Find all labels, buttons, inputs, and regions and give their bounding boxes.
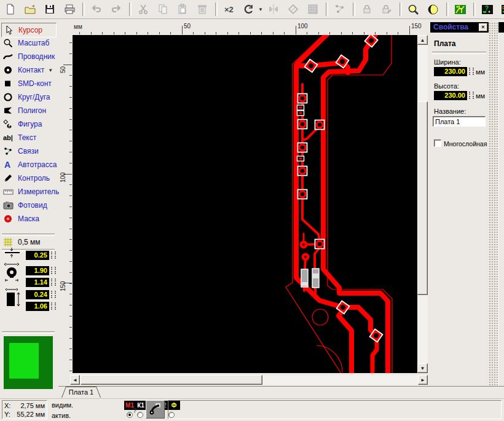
duplicate-button[interactable]: ×2 (221, 1, 237, 17)
unlock-button[interactable] (379, 1, 395, 17)
tool-label: Фигура (18, 120, 42, 128)
tool-label: Масштаб (18, 39, 49, 47)
save-button[interactable] (42, 1, 58, 17)
open-button[interactable] (22, 1, 38, 17)
rotate-button[interactable] (241, 1, 257, 17)
fill-pattern-button[interactable] (305, 1, 321, 17)
param-spinner-4[interactable] (51, 291, 56, 298)
tab-board-1[interactable]: Плата 1 (61, 387, 101, 398)
width-spinner[interactable] (469, 68, 474, 75)
param-spinner-1[interactable] (51, 251, 56, 259)
sidebar-tool-15[interactable]: Маска (1, 212, 55, 226)
sidebar-tool-11[interactable]: AАвтотрасса (1, 158, 55, 171)
pcb-canvas[interactable] (73, 35, 417, 373)
status-bar: X: 2,75 мм Y: 55,22 мм видим. М1К1М2К2Ф … (0, 398, 504, 421)
magnifier-icon (3, 38, 15, 48)
sidebar-tool-10[interactable]: Связи (1, 144, 55, 158)
undo-button[interactable] (89, 1, 104, 17)
horizontal-scrollbar[interactable]: ◄ ► (70, 375, 428, 385)
param-field-3[interactable]: 1.14 (26, 278, 49, 287)
x2-glyph: ×2 (224, 5, 234, 14)
flip-button[interactable] (285, 1, 301, 17)
tool-label: Измеритель (18, 187, 59, 196)
component-band (302, 282, 307, 286)
ruler-tick (159, 32, 160, 34)
board-preview[interactable] (4, 336, 53, 389)
drc-button[interactable]: DRC (499, 1, 504, 17)
rotate-dropdown-arrow[interactable]: ▼ (258, 7, 263, 12)
active-layer-radio-2[interactable] (137, 412, 143, 418)
param-spinner-3[interactable] (51, 278, 56, 286)
lock-button[interactable] (359, 1, 375, 17)
contrast-button[interactable] (425, 1, 441, 17)
chevron-down-icon[interactable]: ▼ (48, 68, 53, 73)
sidebar-tool-3[interactable]: Проводник (1, 50, 55, 63)
ruler-tick (69, 195, 72, 196)
autoroute-icon: A (3, 160, 15, 170)
sidebar-tool-13[interactable]: Измеритель (1, 185, 55, 199)
delete-button[interactable] (194, 1, 210, 17)
cut-button[interactable] (135, 1, 151, 17)
redo-button[interactable] (108, 1, 124, 17)
toolbar-separator (82, 2, 85, 16)
photoview-button[interactable] (452, 1, 468, 17)
param-field-1[interactable]: 0.25 (26, 251, 49, 260)
paste-button[interactable] (175, 1, 191, 17)
multilayer-checkbox[interactable] (434, 140, 441, 147)
sidebar-tool-8[interactable]: Фигура (1, 117, 55, 131)
sidebar-tool-9[interactable]: ab|Текст (1, 131, 55, 144)
tool-label: Круг/Дуга (18, 93, 50, 101)
properties-panel: Свойства × Плата Ширина: 230.00 мм Высот… (430, 22, 489, 398)
flip-icon (288, 4, 299, 15)
active-layer-radio-1[interactable] (127, 412, 133, 418)
scroll-down-button[interactable]: ▼ (417, 363, 428, 373)
trace-mode-button[interactable] (146, 400, 165, 419)
test-button[interactable]: ? (479, 1, 495, 17)
param-field-4[interactable]: 0.24 (26, 290, 49, 299)
close-icon[interactable]: × (479, 23, 487, 31)
layer-help[interactable]: ? (133, 407, 136, 414)
copy-button[interactable] (155, 1, 171, 17)
scroll-left-button[interactable]: ◄ (70, 375, 80, 385)
param-field-5[interactable]: 1.06 (26, 302, 49, 311)
scroll-right-button[interactable]: ► (418, 375, 428, 385)
new-button[interactable] (2, 1, 18, 17)
sidebar-tool-7[interactable]: Полигон (1, 104, 55, 117)
vertical-scroll-thumb[interactable] (417, 101, 428, 295)
print-button[interactable] (61, 1, 77, 17)
layer-chip-К1[interactable]: К1 (135, 401, 146, 410)
height-field[interactable]: 230.00 (434, 91, 467, 100)
ruler-major-tick (296, 26, 296, 34)
svg-text:ab|: ab| (3, 134, 13, 141)
board-name-input[interactable]: Плата 1 (433, 116, 486, 127)
zoom-button[interactable] (406, 1, 422, 17)
ruler-tick (69, 141, 72, 141)
sidebar-tool-4[interactable]: Контакт▼ (1, 63, 55, 77)
panel-splitter[interactable] (489, 22, 498, 398)
sidebar-tool-5[interactable]: SMD-конт (1, 77, 55, 90)
wire-icon (3, 52, 15, 61)
ruler-tick (69, 207, 72, 207)
width-field[interactable]: 230.00 (434, 67, 467, 76)
section-divider (432, 52, 486, 54)
param-spinner-2[interactable] (51, 267, 56, 274)
ruler-tick (341, 32, 342, 34)
sidebar-tool-12[interactable]: Контроль (1, 171, 55, 185)
sidebar-tool-2[interactable]: Масштаб (1, 36, 55, 50)
horizontal-scroll-thumb[interactable] (81, 375, 262, 385)
sidebar-tool-6[interactable]: Круг/Дуга (1, 90, 55, 104)
scroll-up-button[interactable]: ▲ (417, 35, 428, 45)
ruler-tick (364, 32, 364, 34)
unlock-icon (381, 4, 392, 15)
small-pad-copper (299, 107, 302, 109)
ruler-tick (387, 32, 387, 34)
param-spinner-5[interactable] (51, 302, 56, 310)
sidebar-tool-1[interactable]: Курсор (1, 23, 57, 37)
sidebar-tool-14[interactable]: Фотовид (1, 199, 55, 212)
connections-button[interactable] (332, 1, 348, 17)
tool-label: Проводник (18, 52, 55, 61)
height-spinner[interactable] (469, 92, 474, 99)
mirror-horizontal-button[interactable] (266, 1, 282, 17)
vertical-scrollbar[interactable]: ▲ ▼ (417, 35, 428, 373)
param-field-2[interactable]: 1.90 (26, 266, 49, 275)
